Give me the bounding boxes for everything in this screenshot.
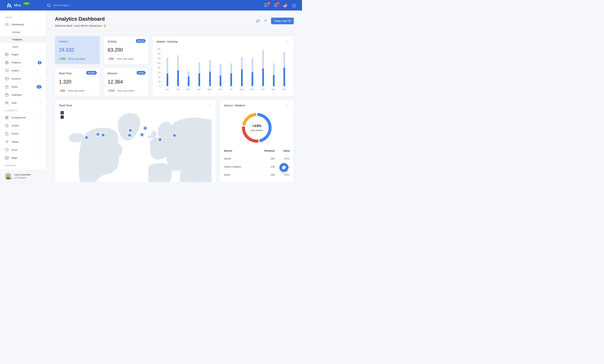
- users-icon: [5, 101, 9, 105]
- sidebar: PAGESDashboardDefaultAnalyticsSaaSPagesP…: [0, 11, 46, 182]
- sidebar-item-pages[interactable]: Pages: [0, 50, 46, 59]
- briefcase-icon: [5, 61, 9, 64]
- kebab-menu-icon: [286, 104, 289, 107]
- notifications-count-badge: 7: [277, 2, 280, 5]
- stat-card-change-badge: +14%: [59, 57, 66, 60]
- sidebar-item-label: Tasks: [12, 85, 18, 88]
- stat-card-period-badge[interactable]: Monthly: [86, 71, 97, 75]
- logout-button[interactable]: [292, 3, 296, 8]
- map-location-marker[interactable]: [129, 134, 131, 136]
- table-header-source: Source: [224, 148, 252, 155]
- stat-card-period-badge[interactable]: Annual: [136, 39, 146, 43]
- table-cell-revenue: 125: [252, 163, 275, 171]
- y-axis-tick: 120: [157, 57, 161, 60]
- x-axis-label: Sep: [247, 88, 258, 90]
- sidebar-item-label: Auth: [12, 101, 17, 104]
- sidebar-item-calendar[interactable]: Calendar: [0, 91, 46, 99]
- sidebar-item-tables[interactable]: Tables: [0, 138, 46, 146]
- map-and-source-grid: Real-Time: [55, 100, 294, 182]
- sidebar-item-label: Invoices: [12, 77, 21, 80]
- sidebar-item-forms[interactable]: Forms: [0, 130, 46, 138]
- sidebar-item-default[interactable]: Default: [0, 28, 46, 36]
- stat-card-note: Since last week: [116, 57, 133, 60]
- stat-card-footer: -18%Since last week: [59, 89, 96, 92]
- world-map-graphic: [59, 108, 212, 182]
- online-status-dot: [10, 177, 12, 180]
- theme-settings-fab[interactable]: [279, 163, 288, 172]
- sidebar-item-label: Forms: [12, 132, 19, 135]
- grid-icon: [5, 116, 9, 119]
- sidebar-item-icons[interactable]: Icons: [0, 146, 46, 154]
- x-axis-label: Aug: [236, 88, 247, 90]
- map-card-title: Real-Time: [59, 104, 72, 107]
- sidebar-item-maps[interactable]: Maps: [0, 154, 46, 162]
- brand-name: Mira: [14, 2, 21, 8]
- chevron-down-icon: [39, 77, 41, 80]
- world-map[interactable]: + −: [59, 108, 212, 182]
- messages-button[interactable]: 3: [264, 3, 269, 8]
- stat-card-note: Since last week: [68, 89, 85, 92]
- bar-may: [205, 49, 215, 86]
- map-location-marker[interactable]: [102, 134, 104, 136]
- today-date-button[interactable]: Today: April 29: [271, 18, 294, 24]
- sidebar-item-components[interactable]: Components: [0, 113, 46, 122]
- user-role: UX Designer: [14, 176, 31, 179]
- map-location-marker[interactable]: [141, 134, 143, 136]
- chart-x-axis: JanFebMarAprMayJunJulAugSepOctNovDec: [162, 88, 289, 90]
- sidebar-user-footer[interactable]: Lucy Lavender UX Designer: [0, 170, 46, 182]
- map-location-marker[interactable]: [174, 134, 176, 136]
- filter-button[interactable]: [264, 19, 267, 23]
- sidebar-item-label: Components: [12, 116, 26, 119]
- sidebar-item-label: SaaS: [12, 45, 18, 48]
- language-flag-us[interactable]: [283, 3, 287, 7]
- map-zoom-in-button[interactable]: +: [61, 111, 64, 114]
- x-axis-label: Jan: [162, 88, 173, 90]
- map-location-marker[interactable]: [144, 127, 146, 129]
- map-zoom-controls: + −: [61, 111, 64, 119]
- filter-icon: [264, 19, 267, 23]
- chevron-down-icon: [39, 156, 41, 159]
- chevron-down-icon: [39, 124, 41, 127]
- sidebar-item-tasks[interactable]: Tasks17: [0, 83, 46, 91]
- map-menu-button[interactable]: [208, 104, 212, 107]
- source-menu-button[interactable]: [286, 104, 289, 107]
- welcome-text: Welcome back, Lucy! We've missed you. 👋: [55, 24, 107, 27]
- sidebar-item-invoices[interactable]: Invoices: [0, 75, 46, 83]
- chart-menu-button[interactable]: [286, 40, 289, 44]
- search-icon: [47, 3, 51, 7]
- pro-badge: PRO: [24, 2, 30, 5]
- chevron-up-icon: [39, 23, 41, 26]
- stat-card-real-time: Real-TimeMonthly1.320-18%Since last week: [55, 68, 100, 96]
- sidebar-item-projects[interactable]: Projects8: [0, 59, 46, 67]
- sidebar-item-dashboard[interactable]: Dashboard: [0, 20, 46, 28]
- notifications-button[interactable]: 7: [274, 3, 278, 8]
- donut-chart: +23% new visitors: [242, 113, 272, 143]
- sidebar-section-label: ELEMENTS: [0, 107, 46, 113]
- brand[interactable]: Mira PRO: [6, 2, 30, 8]
- map-location-marker[interactable]: [85, 137, 88, 139]
- x-axis-label: Apr: [194, 88, 204, 90]
- map-location-marker[interactable]: [97, 133, 99, 136]
- map-location-marker[interactable]: [159, 139, 161, 141]
- table-cell-source: Social: [224, 155, 252, 163]
- chart-y-axis: 160140120100806040200: [157, 49, 162, 86]
- sidebar-item-orders[interactable]: Orders: [0, 67, 46, 75]
- sidebar-item-label: Calendar: [12, 93, 22, 96]
- sidebar-item-analytics[interactable]: Analytics: [0, 36, 46, 43]
- user-name: Lucy Lavender: [14, 173, 31, 176]
- refresh-button[interactable]: [256, 19, 260, 23]
- search-input[interactable]: [53, 4, 95, 7]
- sidebar-item-charts[interactable]: Charts: [0, 122, 46, 130]
- sidebar-item-auth[interactable]: Auth: [0, 99, 46, 107]
- table-header-value: Value: [275, 148, 289, 155]
- sidebar-item-saas[interactable]: SaaS: [0, 43, 46, 50]
- stat-card-period-badge[interactable]: Yearly: [137, 71, 146, 75]
- y-axis-tick: 20: [158, 80, 161, 83]
- navbar-search[interactable]: [47, 3, 95, 7]
- app-window: Mira PRO 3 7 PAGESDashboardDefaultAnalyt…: [0, 0, 302, 182]
- bar-sep: [247, 49, 258, 86]
- map-zoom-out-button[interactable]: −: [61, 115, 64, 119]
- chevron-down-icon: [39, 101, 41, 104]
- header-divider: [55, 31, 294, 31]
- map-location-marker[interactable]: [129, 129, 131, 131]
